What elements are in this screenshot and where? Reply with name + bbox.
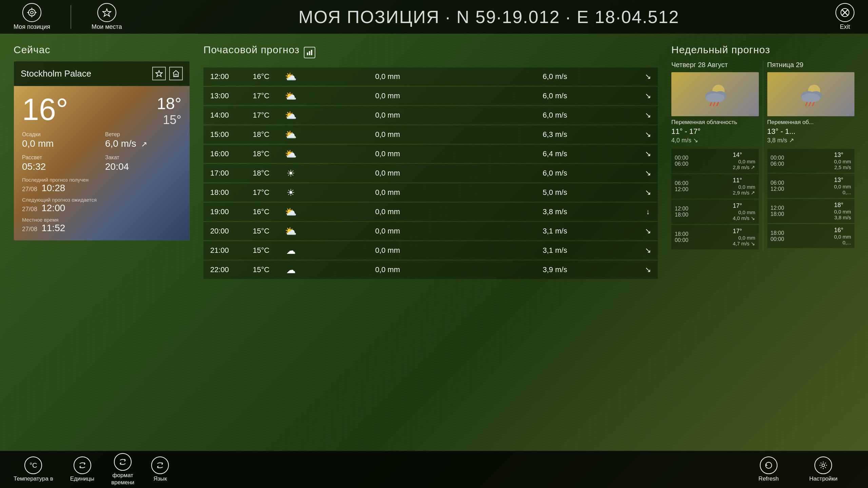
wind-arrow-icon: ↗	[141, 140, 147, 148]
day-hourly-wind: 0,...	[834, 240, 851, 245]
svg-point-1	[31, 11, 33, 14]
hourly-wind: 6,4 m/s	[472, 145, 638, 163]
settings-icon	[814, 456, 832, 474]
hourly-wind-arrow: ↘	[638, 261, 658, 279]
day-hourly-time-range: 18:00	[771, 230, 784, 236]
day-column: Четверг 28 Август Переменная облачность …	[671, 61, 759, 250]
units-icon	[74, 456, 91, 474]
sunrise-block: Рассвет 05:32	[22, 155, 98, 172]
units-button[interactable]: Единицы	[70, 456, 95, 482]
refresh-icon	[760, 456, 777, 474]
my-places-button[interactable]: Мои места	[92, 3, 122, 30]
hourly-wind-arrow: ↘	[638, 145, 658, 163]
day-hourly-time-end: 12:00	[771, 186, 784, 192]
my-position-button[interactable]: Моя позиция	[14, 3, 50, 30]
refresh-label: Refresh	[758, 475, 779, 482]
time-format-icon	[114, 453, 132, 471]
hourly-weather-icon: ☁	[278, 261, 303, 279]
day-weather-image	[671, 72, 759, 116]
hourly-temp: 17°C	[244, 183, 278, 202]
favorite-button[interactable]	[152, 67, 166, 80]
current-card-header: Stockholm Palace	[14, 61, 190, 86]
day-description: Переменная облачность	[671, 119, 759, 126]
day-separator	[763, 61, 763, 250]
day-hourly-block: 06:00 12:00 11° 0,0 mm 2,9 m/s ↗	[671, 174, 759, 199]
hourly-time: 12:00	[203, 67, 244, 86]
time-format-button[interactable]: форматвремени	[111, 453, 134, 486]
temp-unit-button[interactable]: °C Температура в	[14, 456, 53, 482]
day-hourly-time-range: 00:00	[771, 155, 784, 161]
day-temp-range: 13° - 1...	[767, 127, 855, 136]
next-update-block: Следующий прогноз ожидается 27/08 12:00	[22, 197, 181, 214]
weather-info-grid: Осадки 0,0 mm Ветер 6,0 m/s ↗ Рассвет 05…	[22, 131, 181, 172]
top-bar: Моя позиция Мои места МОЯ ПОЗИЦИЯ · N 59…	[0, 0, 868, 34]
last-update-block: Последний прогноз получен 27/08 10:28	[22, 177, 181, 194]
svg-line-28	[812, 102, 814, 106]
home-button[interactable]	[169, 67, 183, 80]
day-hourly-time-end: 00:00	[675, 237, 688, 243]
wind-block: Ветер 6,0 m/s ↗	[105, 131, 181, 149]
hourly-section-title: Почасовой прогноз	[203, 44, 300, 56]
chart-icon[interactable]	[304, 47, 315, 58]
wind-label: Ветер	[105, 131, 181, 138]
day-hourly-time-range: 12:00	[771, 205, 784, 211]
language-icon	[151, 456, 169, 474]
svg-marker-10	[156, 70, 162, 77]
day-hourly-precip: 0,0 mm	[733, 235, 755, 241]
bottom-bar: °C Температура в Единицы форматвремени	[0, 451, 868, 488]
hourly-precip: 0,0 mm	[303, 241, 472, 260]
day-hourly-time-end: 06:00	[675, 161, 688, 167]
local-time-block: Местное время 27/08 11:52	[22, 217, 181, 233]
exit-button[interactable]: Exit	[835, 3, 854, 30]
day-wind: 3,8 m/s ↗	[767, 137, 855, 144]
weekly-section-title: Недельный прогноз	[671, 44, 854, 56]
day-hourly-temp: 13°	[834, 151, 851, 159]
day-hourly-time-end: 12:00	[675, 186, 688, 192]
day-hourly-temp: 13°	[834, 177, 851, 184]
hourly-weather-icon: ⛅	[278, 125, 303, 144]
hourly-row: 22:00 15°C ☁ 0,0 mm 3,9 m/s ↘	[203, 261, 658, 279]
places-icon	[97, 3, 116, 22]
svg-rect-11	[175, 74, 177, 77]
hourly-table: 12:00 16°C ⛅ 0,0 mm 6,0 m/s ↘ 13:00 17°C…	[203, 66, 658, 280]
hourly-temp: 17°C	[244, 106, 278, 124]
day-hourly-wind: 2,5 m/s	[834, 164, 851, 170]
day-hourly-wind: 0,...	[834, 189, 851, 195]
svg-point-25	[801, 93, 820, 103]
hourly-row: 17:00 18°C ☀ 0,0 mm 6,0 m/s ↘	[203, 164, 658, 182]
settings-label: Настройки	[809, 475, 837, 482]
hourly-time: 16:00	[203, 145, 244, 163]
hourly-precip: 0,0 mm	[303, 164, 472, 182]
hourly-wind-arrow: ↘	[638, 67, 658, 86]
day-hourly-precip: 0,0 mm	[834, 184, 851, 189]
day-hourly-precip: 0,0 mm	[733, 159, 755, 164]
sunset-block: Закат 20:04	[105, 155, 181, 172]
hourly-weather-icon: ☀	[278, 183, 303, 202]
hourly-temp: 15°C	[244, 241, 278, 260]
hourly-wind: 3,9 m/s	[472, 261, 638, 279]
language-button[interactable]: Язык	[151, 456, 169, 482]
current-weather-body: 16° 18° 15° Осадки 0,0 mm Ветер 6,0 m/s …	[14, 86, 190, 240]
hourly-row: 20:00 15°C ⛅ 0,0 mm 3,1 m/s ↘	[203, 222, 658, 240]
hourly-wind: 3,1 m/s	[472, 241, 638, 260]
top-divider	[71, 5, 71, 29]
day-hourly-block: 12:00 18:00 17° 0,0 mm 4,0 m/s ↘	[671, 200, 759, 224]
units-label: Единицы	[70, 475, 95, 482]
refresh-button[interactable]: Refresh	[758, 456, 779, 482]
hourly-precip: 0,0 mm	[303, 222, 472, 240]
hourly-time: 15:00	[203, 125, 244, 144]
hourly-wind: 3,1 m/s	[472, 222, 638, 240]
temp-unit-icon: °C	[24, 456, 42, 474]
day-column: Пятница 29 Переменная об... 13° - 1... 3…	[767, 61, 855, 250]
day-hourly-block: 06:00 12:00 13° 0,0 mm 0,...	[767, 174, 855, 198]
day-hourly-time-range: 06:00	[771, 180, 784, 186]
hourly-row: 21:00 15°C ☁ 0,0 mm 3,1 m/s ↘	[203, 241, 658, 260]
hourly-weather-icon: ⛅	[278, 203, 303, 221]
hourly-temp: 15°C	[244, 261, 278, 279]
day-hourly-temp: 17°	[733, 228, 755, 235]
hourly-wind: 5,0 m/s	[472, 183, 638, 202]
day-temp-range: 11° - 17°	[671, 127, 759, 136]
settings-button[interactable]: Настройки	[809, 456, 837, 482]
hourly-weather-icon: ⛅	[278, 87, 303, 105]
hourly-precip: 0,0 mm	[303, 87, 472, 105]
